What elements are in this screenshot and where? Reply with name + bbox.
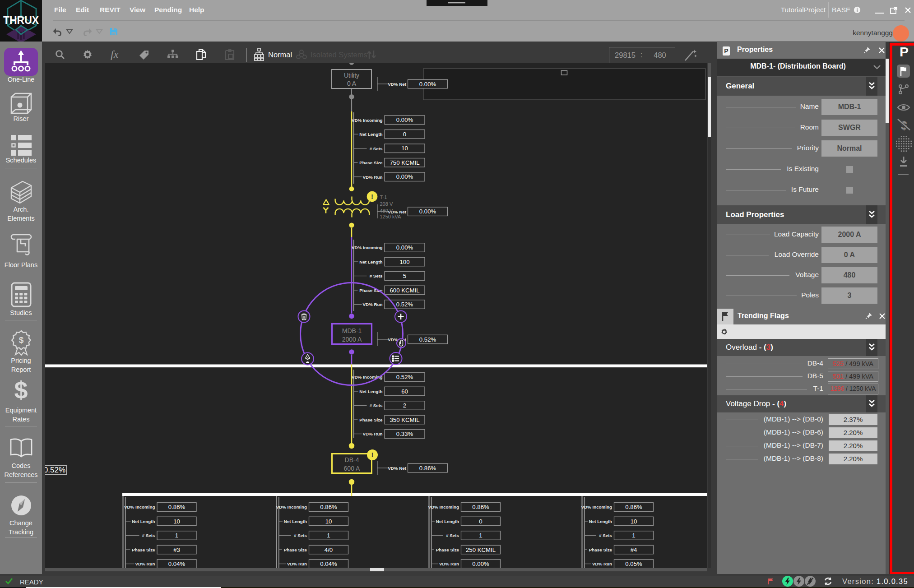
svg-text:0.00%: 0.00% <box>419 81 436 88</box>
svg-text:VD% Incoming: VD% Incoming <box>352 245 383 250</box>
svg-text:10: 10 <box>173 518 180 525</box>
svg-text:10: 10 <box>631 518 637 525</box>
svg-text:0.00%: 0.00% <box>419 208 436 215</box>
svg-text:VD% Run: VD% Run <box>362 431 382 436</box>
svg-text:250 KCMIL: 250 KCMIL <box>466 546 496 553</box>
svg-text:VD% Run: VD% Run <box>439 561 459 566</box>
svg-text:Net Length: Net Length <box>359 389 382 394</box>
svg-text:0.04%: 0.04% <box>168 560 186 567</box>
svg-text:480 V: 480 V <box>380 208 393 213</box>
svg-text:1: 1 <box>175 532 178 539</box>
svg-text:Phase Size: Phase Size <box>359 160 383 165</box>
svg-text:10: 10 <box>401 145 408 152</box>
svg-text:2: 2 <box>403 402 406 409</box>
svg-text:0.86%: 0.86% <box>419 465 436 472</box>
svg-text:350 KCMIL: 350 KCMIL <box>390 417 420 423</box>
svg-text:T-1: T-1 <box>380 194 387 200</box>
svg-text:0.00%: 0.00% <box>472 560 489 567</box>
svg-text:100: 100 <box>399 259 409 265</box>
svg-text:THRUX: THRUX <box>3 14 39 26</box>
svg-text:# Sets: # Sets <box>599 533 612 538</box>
svg-text:0.86%: 0.86% <box>625 504 642 510</box>
svg-text:0.86%: 0.86% <box>168 504 186 510</box>
svg-text:$: $ <box>19 335 24 345</box>
svg-text:Phase Size: Phase Size <box>359 417 383 422</box>
svg-text:Utility: Utility <box>344 72 359 79</box>
svg-text:VD% Incoming: VD% Incoming <box>276 505 307 509</box>
svg-text:2000 A: 2000 A <box>342 336 362 343</box>
svg-text:0.52%: 0.52% <box>396 374 413 380</box>
svg-text:Phase Size: Phase Size <box>436 547 459 552</box>
svg-text:# Sets: # Sets <box>370 403 383 408</box>
svg-text:Phase Size: Phase Size <box>589 547 612 552</box>
svg-text:VD% Run: VD% Run <box>362 302 382 307</box>
svg-text:5: 5 <box>403 273 406 279</box>
svg-text:Net Length: Net Length <box>132 519 155 524</box>
svg-text:0.00%: 0.00% <box>396 116 413 123</box>
svg-text:# Sets: # Sets <box>142 533 155 538</box>
svg-text:Net Length: Net Length <box>359 132 382 137</box>
svg-text:Net Length: Net Length <box>359 259 382 264</box>
svg-text:0.86%: 0.86% <box>472 504 489 510</box>
svg-text:MDB-1: MDB-1 <box>342 327 362 334</box>
svg-text:# Sets: # Sets <box>446 533 459 538</box>
svg-text:750 KCMIL: 750 KCMIL <box>390 159 420 166</box>
svg-text:600 A: 600 A <box>344 465 360 472</box>
svg-text:VD% Incoming: VD% Incoming <box>124 505 155 509</box>
svg-text:!: ! <box>371 451 374 458</box>
svg-text:DB-4: DB-4 <box>345 456 359 463</box>
svg-text:4/0: 4/0 <box>325 546 333 553</box>
svg-text:VD% Run: VD% Run <box>362 175 382 180</box>
svg-text:Phase Size: Phase Size <box>132 547 155 552</box>
svg-text:0 A: 0 A <box>347 80 357 87</box>
svg-text:#3: #3 <box>173 546 180 553</box>
svg-text:0.33%: 0.33% <box>396 431 413 437</box>
svg-text:Net Length: Net Length <box>284 519 307 524</box>
svg-text:!: ! <box>371 193 373 200</box>
svg-text:0: 0 <box>403 131 406 138</box>
svg-text:# Sets: # Sets <box>370 273 383 278</box>
svg-text:VD% Incoming: VD% Incoming <box>352 118 383 123</box>
svg-text:0: 0 <box>479 518 482 525</box>
svg-text:VD% Net: VD% Net <box>388 466 407 471</box>
svg-text:Net Length: Net Length <box>589 519 612 524</box>
svg-text:208 V: 208 V <box>380 201 393 207</box>
svg-text:1: 1 <box>327 532 330 539</box>
svg-text:Phase Size: Phase Size <box>284 547 307 552</box>
svg-text:0.00%: 0.00% <box>396 173 413 180</box>
svg-text:0.52%: 0.52% <box>45 466 65 474</box>
svg-text:1250 kVA: 1250 kVA <box>380 214 402 219</box>
svg-text:60: 60 <box>401 388 408 395</box>
svg-text:#4: #4 <box>631 546 637 553</box>
svg-text:0.86%: 0.86% <box>320 504 337 510</box>
svg-text:0.52%: 0.52% <box>419 336 436 343</box>
svg-text:# Sets: # Sets <box>294 533 307 538</box>
svg-text:Net Length: Net Length <box>436 519 459 524</box>
svg-text:VD% Run: VD% Run <box>287 561 307 566</box>
svg-text:10: 10 <box>325 518 332 525</box>
svg-text:600 KCMIL: 600 KCMIL <box>390 287 420 294</box>
svg-text:0.05%: 0.05% <box>625 560 642 567</box>
svg-text:1: 1 <box>479 532 482 539</box>
svg-text:VD% Run: VD% Run <box>135 561 155 566</box>
svg-text:VD% Incoming: VD% Incoming <box>428 505 459 509</box>
svg-text:VD% Run: VD% Run <box>592 561 612 566</box>
svg-text:VD% Net: VD% Net <box>388 82 407 87</box>
svg-text:1: 1 <box>632 532 635 539</box>
svg-text:0.52%: 0.52% <box>396 301 413 308</box>
svg-text:VD% Incoming: VD% Incoming <box>581 505 612 509</box>
svg-text:# Sets: # Sets <box>370 146 383 151</box>
svg-text:0.04%: 0.04% <box>320 560 337 567</box>
svg-text:0.00%: 0.00% <box>396 244 413 251</box>
